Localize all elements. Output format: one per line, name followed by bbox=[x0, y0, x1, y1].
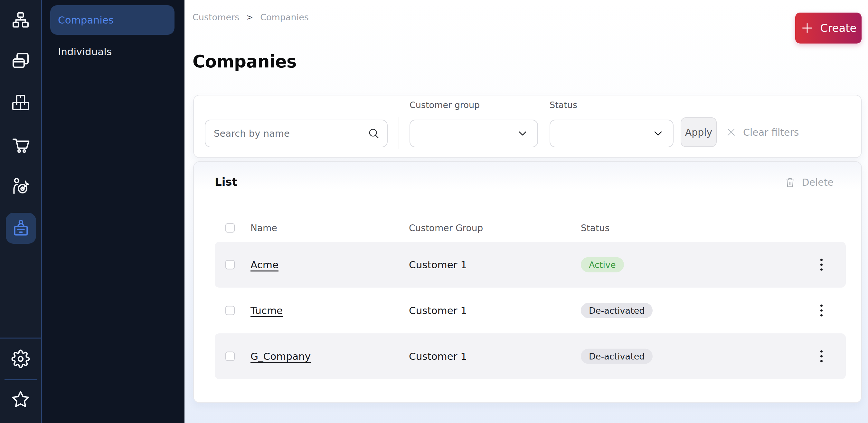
column-header-status: Status bbox=[581, 223, 610, 233]
row-actions-menu-button[interactable] bbox=[817, 302, 826, 320]
product-boxes-icon bbox=[11, 93, 30, 112]
sidebar-divider bbox=[4, 379, 37, 380]
sidebar-divider bbox=[0, 338, 42, 339]
sidebar-item-customers[interactable] bbox=[6, 213, 36, 244]
apply-button[interactable]: Apply bbox=[681, 117, 717, 147]
icon-sidebar bbox=[0, 0, 42, 423]
company-name-link[interactable]: Acme bbox=[250, 259, 278, 271]
status-badge: De-activated bbox=[581, 349, 653, 364]
secondary-sidebar: Companies Individuals bbox=[42, 0, 184, 423]
favorites-star-icon bbox=[11, 390, 30, 409]
select-all-checkbox[interactable] bbox=[225, 223, 235, 233]
sidebar-item-label: Individuals bbox=[58, 46, 112, 57]
breadcrumb-companies[interactable]: Companies bbox=[260, 12, 309, 22]
customer-group-cell: Customer 1 bbox=[409, 259, 467, 271]
sidebar-item-products[interactable] bbox=[11, 93, 30, 112]
column-header-customer-group: Customer Group bbox=[409, 223, 483, 233]
search-box bbox=[205, 120, 388, 147]
row-actions-menu-button[interactable] bbox=[817, 347, 826, 366]
payment-cards-icon bbox=[11, 51, 30, 70]
org-chart-icon bbox=[11, 11, 30, 30]
table-body: Acme Customer 1 Active Tucme Customer 1 … bbox=[215, 242, 846, 379]
delete-button-label: Delete bbox=[802, 177, 834, 188]
customer-group-select[interactable] bbox=[409, 120, 538, 147]
breadcrumb: Customers > Companies bbox=[192, 12, 309, 22]
breadcrumb-customers[interactable]: Customers bbox=[192, 12, 239, 22]
status-select[interactable] bbox=[550, 120, 674, 147]
customer-group-label: Customer group bbox=[409, 100, 480, 110]
filter-panel: Customer group Status Apply Clear filter… bbox=[193, 95, 862, 158]
delete-button[interactable]: Delete bbox=[785, 177, 834, 188]
status-badge: Active bbox=[581, 257, 624, 273]
customer-badge-icon bbox=[11, 219, 30, 237]
company-name-link[interactable]: G_Company bbox=[250, 350, 311, 362]
sidebar-item-individuals[interactable]: Individuals bbox=[58, 42, 112, 61]
status-label: Status bbox=[550, 100, 577, 110]
create-button-label: Create bbox=[820, 22, 857, 34]
column-header-name: Name bbox=[250, 223, 277, 233]
sidebar-item-settings[interactable] bbox=[11, 349, 30, 368]
table-row: G_Company Customer 1 De-activated bbox=[215, 333, 846, 379]
search-icon bbox=[368, 128, 380, 140]
sidebar-item-favorites[interactable] bbox=[11, 390, 30, 409]
plus-icon bbox=[800, 21, 814, 35]
row-checkbox[interactable] bbox=[225, 260, 235, 270]
sidebar-item-org[interactable] bbox=[11, 11, 30, 30]
company-name-link[interactable]: Tucme bbox=[250, 305, 283, 316]
sidebar-item-companies[interactable]: Companies bbox=[50, 5, 175, 35]
page-title: Companies bbox=[192, 52, 297, 71]
shopping-cart-icon bbox=[11, 136, 30, 154]
settings-gear-icon bbox=[11, 349, 30, 368]
customer-group-cell: Customer 1 bbox=[409, 305, 467, 316]
trash-icon bbox=[785, 177, 795, 188]
row-actions-menu-button[interactable] bbox=[817, 256, 826, 274]
chevron-down-icon bbox=[652, 127, 664, 140]
customer-group-cell: Customer 1 bbox=[409, 350, 467, 362]
list-title: List bbox=[215, 175, 237, 188]
filter-divider bbox=[399, 117, 399, 149]
sidebar-item-audience[interactable] bbox=[11, 177, 30, 196]
table-header: Name Customer Group Status bbox=[215, 215, 846, 241]
clear-filters-button[interactable]: Clear filters bbox=[726, 117, 799, 147]
table-row: Tucme Customer 1 De-activated bbox=[215, 288, 846, 333]
close-icon bbox=[726, 127, 737, 138]
app-root: Companies Individuals Customers > Compan… bbox=[0, 0, 868, 423]
sidebar-item-orders[interactable] bbox=[11, 136, 30, 154]
audience-target-icon bbox=[11, 177, 30, 196]
row-checkbox[interactable] bbox=[225, 306, 235, 315]
sidebar-item-payments[interactable] bbox=[11, 51, 30, 70]
list-panel: List Delete Name Customer Group Status bbox=[193, 161, 862, 403]
row-checkbox[interactable] bbox=[225, 352, 235, 361]
clear-filters-label: Clear filters bbox=[743, 127, 799, 138]
create-button[interactable]: Create bbox=[795, 12, 862, 44]
main-content: Customers > Companies Create Companies C… bbox=[184, 0, 868, 423]
breadcrumb-separator: > bbox=[246, 12, 253, 22]
chevron-down-icon bbox=[516, 127, 529, 140]
table-row: Acme Customer 1 Active bbox=[215, 242, 846, 288]
table-divider bbox=[215, 206, 846, 206]
apply-button-label: Apply bbox=[685, 127, 712, 138]
sidebar-item-label: Companies bbox=[58, 14, 114, 26]
search-input[interactable] bbox=[206, 128, 368, 139]
status-badge: De-activated bbox=[581, 303, 653, 318]
